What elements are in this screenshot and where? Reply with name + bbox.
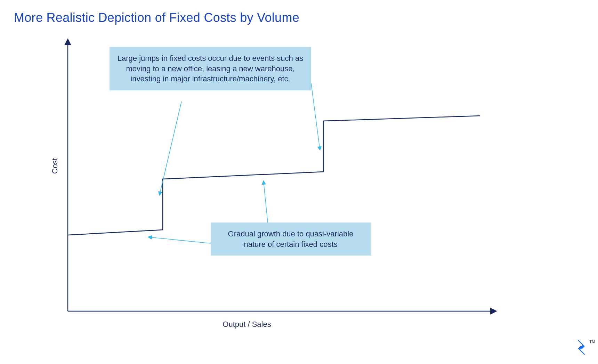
toptal-logo-icon [572, 338, 590, 356]
x-axis-label: Output / Sales [212, 320, 282, 329]
arrow-gradual-left [149, 237, 211, 243]
annotation-jumps: Large jumps in fixed costs occur due to … [110, 47, 311, 90]
arrow-jumps-right [311, 83, 320, 149]
figure-container: More Realistic Depiction of Fixed Costs … [0, 0, 598, 364]
arrow-jumps-left [160, 102, 181, 195]
step-cost-line [68, 116, 480, 235]
trademark-label: TM [589, 340, 595, 344]
annotation-gradual: Gradual growth due to quasi-variable nat… [211, 223, 371, 256]
arrow-gradual-right [264, 181, 268, 223]
y-axis-label: Cost [50, 158, 59, 174]
